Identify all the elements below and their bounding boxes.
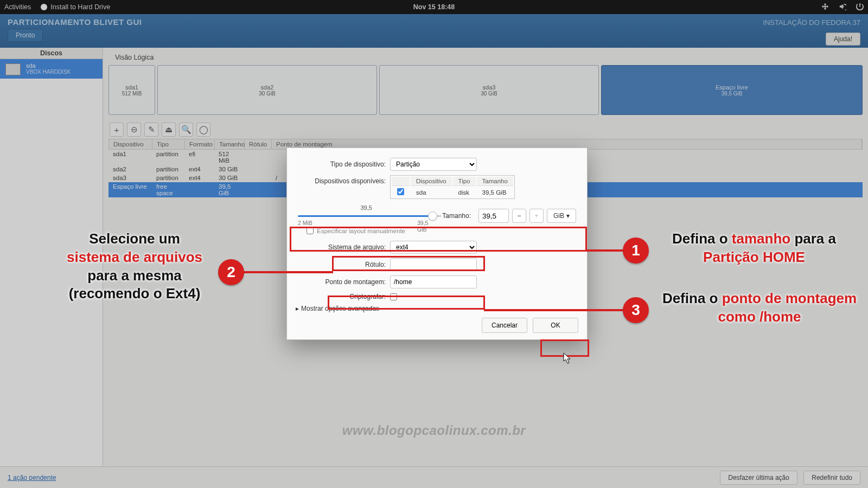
manual-layout-label: Especificar layout manualmente: [317, 228, 405, 234]
chevron-down-icon: ▾: [566, 212, 570, 220]
annotation-line: [587, 249, 625, 252]
annotation-text-left: Selecione um sistema de arquivos para a …: [59, 230, 210, 303]
encrypt-checkbox[interactable]: [390, 293, 397, 300]
filesystem-select[interactable]: ext4: [390, 241, 477, 254]
triangle-right-icon: ▸: [296, 305, 299, 312]
ok-button[interactable]: OK: [533, 318, 578, 333]
col-device: Dispositivo: [411, 177, 452, 186]
device-checkbox[interactable]: [397, 188, 404, 195]
cursor-icon: [563, 352, 572, 364]
col-size: Tamanho: [477, 177, 513, 186]
device-type-select[interactable]: Partição: [390, 158, 477, 171]
annotation-badge-1: 1: [623, 237, 649, 264]
annotation-badge-3: 3: [623, 297, 649, 323]
annotation-badge-2: 2: [218, 259, 244, 285]
watermark-text: www.blogopcaolinux.com.br: [342, 423, 526, 438]
manual-layout-checkbox[interactable]: [307, 227, 314, 234]
available-devices-table: Dispositivo Tipo Tamanho sda disk 39,5 G…: [390, 175, 515, 199]
cancel-button[interactable]: Cancelar: [482, 318, 527, 333]
annotation-line: [484, 309, 625, 311]
available-devices-label: Dispositivos disponíveis:: [296, 175, 390, 185]
size-increment[interactable]: +: [529, 209, 544, 223]
mountpoint-input[interactable]: [390, 275, 477, 288]
size-label: Tamanho:: [442, 212, 471, 220]
devtype-label: Tipo de dispositivo:: [296, 160, 390, 168]
annotation-text-right-1: Defina o tamanho para a Partição HOME: [656, 230, 852, 267]
slider-value-label: 39,5: [360, 204, 372, 211]
device-row[interactable]: sda disk 39,5 GiB: [392, 187, 513, 197]
annotation-line: [243, 271, 333, 273]
size-input[interactable]: [478, 209, 509, 223]
size-decrement[interactable]: −: [512, 209, 526, 223]
slider-max-label: 39,5 GiB: [417, 220, 435, 233]
label-label: Rótulo:: [296, 261, 390, 268]
col-type: Tipo: [453, 177, 476, 186]
label-input[interactable]: [390, 258, 477, 271]
size-slider[interactable]: 39,5 2 MiB 39,5 GiB: [298, 207, 435, 225]
size-unit-select[interactable]: GiB▾: [547, 209, 576, 223]
annotation-text-right-3: Defina o ponto de montagem como /home: [656, 290, 863, 326]
encrypt-label: Criptografar:: [296, 293, 390, 300]
size-section: 39,5 2 MiB 39,5 GiB Tamanho: − + GiB▾ Es…: [296, 203, 578, 240]
filesystem-label: Sistema de arquivo:: [296, 243, 390, 251]
slider-min-label: 2 MiB: [298, 220, 312, 226]
mountpoint-label: Ponto de montagem:: [296, 278, 390, 286]
